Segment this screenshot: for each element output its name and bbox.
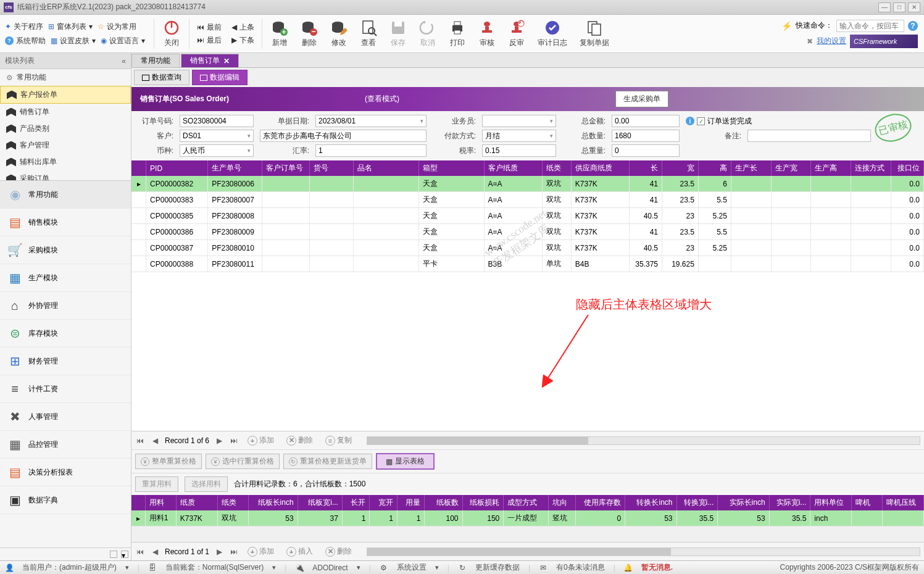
h-scrollbar[interactable] — [367, 436, 920, 445]
nav-prev-btn[interactable]: ◀ — [150, 436, 160, 446]
set-skin-link[interactable]: ▦设置皮肤 ▾ — [48, 35, 98, 48]
main-grid[interactable]: PID生产单号客户订单号货号品名箱型客户纸质纸类供应商纸质长宽高生产长生产宽生产… — [131, 160, 924, 431]
recalc-material-button[interactable]: 重算用料 — [135, 476, 178, 492]
sidebar-item[interactable]: ⚙常用功能 — [0, 69, 131, 86]
set-favorite-link[interactable]: ☆设为常用 — [95, 20, 139, 33]
collapse-icon[interactable]: « — [122, 57, 126, 65]
module-item[interactable]: ▤销售模块 — [0, 209, 131, 236]
table-row[interactable]: ▸用料1K737K双坑5337111100150一片成型竖坑05335.5533… — [131, 510, 924, 526]
status-sys[interactable]: 系统设置 — [397, 562, 427, 573]
checkbox-delivery-done[interactable]: ✓ — [697, 117, 705, 125]
sub-add-button[interactable]: +添加 — [244, 545, 278, 558]
set-language-link[interactable]: ◉设置语言 ▾ — [98, 35, 148, 48]
input-sales[interactable] — [482, 115, 556, 127]
sidebar-item[interactable]: 客户报价单 — [0, 86, 131, 104]
sub-del-button[interactable]: ✕删除 — [322, 545, 356, 558]
nav-next-btn[interactable]: ▶ — [214, 436, 224, 446]
nav-last-btn[interactable]: ⏭ — [229, 436, 239, 446]
status-unread[interactable]: 有0条未读消息 — [556, 562, 605, 573]
db-del-button[interactable]: −删除 — [294, 15, 324, 52]
input-currency[interactable]: 人民币 — [180, 144, 254, 157]
doc-search-button[interactable]: 查看 — [354, 15, 383, 52]
sidebar-item[interactable]: 销售订单 — [0, 104, 131, 120]
input-order-no[interactable] — [180, 115, 254, 127]
sidebar-item[interactable]: 产品类别 — [0, 120, 131, 137]
del-row-button[interactable]: ✕删除 — [283, 434, 317, 447]
module-item[interactable]: ⌂外协管理 — [0, 292, 131, 320]
copy-row-button[interactable]: ≡复制 — [322, 434, 356, 447]
input-total[interactable] — [612, 115, 680, 127]
copy-button[interactable]: 复制单据 — [573, 15, 615, 52]
quick-cmd-input[interactable] — [836, 20, 904, 32]
db-edit-button[interactable]: 修改 — [324, 15, 354, 52]
sub-h-scrollbar[interactable] — [367, 547, 920, 556]
stamp-undo-button[interactable]: ↶反审 — [502, 15, 531, 52]
db-add-button[interactable]: +新增 — [265, 15, 294, 52]
nav-next[interactable]: ▶ 下条 — [231, 35, 254, 46]
module-item[interactable]: 🛒采购模块 — [0, 236, 131, 264]
input-customer[interactable]: DS01 — [180, 130, 254, 142]
tab[interactable]: 销售订单✕ — [181, 54, 239, 67]
table-row[interactable]: CP00000387PF23080010天盒A=A双坑K737K40.5235.… — [131, 240, 924, 256]
module-item[interactable]: ▦生产模块 — [0, 264, 131, 292]
module-item[interactable]: ▤决策分析报表 — [0, 459, 131, 486]
nav-first[interactable]: ⏮ 最前 — [197, 22, 222, 33]
table-row[interactable]: CP00000388PF23080011平卡B3B单坑B4B35.37519.6… — [131, 256, 924, 272]
select-material-button[interactable]: 选择用料 — [185, 476, 228, 492]
sidebar-opt-2[interactable]: ▾ — [121, 551, 128, 558]
module-item[interactable]: ≡计件工资 — [0, 375, 131, 403]
nav-first-btn[interactable]: ⏮ — [135, 436, 145, 446]
input-pay[interactable]: 月结 — [482, 130, 556, 142]
subtab[interactable]: 数据查询 — [134, 70, 189, 85]
nav-prev[interactable]: ◀ 上条 — [231, 22, 254, 33]
sidebar-item[interactable]: 客户管理 — [0, 137, 131, 154]
system-help-link[interactable]: ?系统帮助 — [2, 35, 48, 48]
sidebar-item[interactable]: 采购订单 — [0, 170, 131, 180]
module-item[interactable]: ▦品控管理 — [0, 431, 131, 459]
input-remark[interactable] — [747, 130, 871, 142]
module-item[interactable]: ▣数据字典 — [0, 486, 131, 514]
stamp-red-button[interactable]: 审核 — [472, 15, 502, 52]
status-ado[interactable]: ADODirect — [312, 564, 348, 572]
minimize-button[interactable]: — — [878, 2, 891, 12]
add-row-button[interactable]: +添加 — [244, 434, 278, 447]
table-row[interactable]: ▸CP00000382PF23080006天盒A=A双坑K737K4123.56… — [131, 176, 924, 192]
tab-close-icon[interactable]: ✕ — [223, 57, 230, 65]
recalc-update-button[interactable]: ↻重算价格更新送货单 — [283, 454, 372, 469]
table-row[interactable]: CP00000386PF23080009天盒A=A双坑K737K4123.55.… — [131, 224, 924, 240]
module-item[interactable]: ⊞财务管理 — [0, 347, 131, 375]
show-table-button[interactable]: ▦ 显示表格 — [376, 453, 435, 470]
sidebar-opt-1[interactable] — [110, 551, 117, 558]
close-button[interactable]: ✕ — [908, 2, 920, 12]
sub-nav-next[interactable]: ▶ — [214, 547, 224, 557]
nav-last[interactable]: ⏭ 最后 — [197, 35, 222, 46]
module-item[interactable]: ◉常用功能 — [0, 181, 131, 209]
sub-nav-prev[interactable]: ◀ — [150, 547, 160, 557]
input-order-date[interactable]: 2023/08/01 — [315, 115, 427, 127]
table-row[interactable]: CP00000383PF23080007天盒A=A双坑K737K4123.55.… — [131, 192, 924, 208]
print-button[interactable]: 打印 — [443, 15, 472, 52]
module-item[interactable]: ⊜库存模块 — [0, 320, 131, 347]
about-link[interactable]: ✦关于程序 — [2, 20, 46, 33]
close-tab-button[interactable]: 关闭 — [157, 15, 186, 52]
my-settings-link[interactable]: 我的设置 — [817, 36, 846, 46]
window-list-link[interactable]: ⊞窗体列表 ▾ — [46, 20, 95, 33]
generate-po-button[interactable]: 生成采购单 — [615, 91, 668, 107]
sub-insert-button[interactable]: +插入 — [283, 545, 317, 558]
table-row[interactable]: CP00000385PF23080008天盒A=A双坑K737K40.5235.… — [131, 208, 924, 224]
material-grid[interactable]: 用料纸质纸类纸板长inch纸板宽i...长开宽开用量纸板数纸板损耗成型方式坑向使… — [131, 495, 924, 542]
input-rate[interactable] — [315, 144, 427, 157]
sidebar-item[interactable]: 辅料出库单 — [0, 154, 131, 170]
recalc-all-button[interactable]: ¥整单重算价格 — [135, 454, 202, 469]
help-icon[interactable]: ? — [908, 21, 918, 31]
recalc-sel-button[interactable]: ¥选中行重算价格 — [206, 454, 280, 469]
tab[interactable]: 常用功能 — [131, 54, 180, 67]
input-qty[interactable] — [612, 130, 680, 142]
input-customer-name[interactable] — [260, 130, 427, 142]
subtab[interactable]: 数据编辑 — [192, 70, 248, 85]
maximize-button[interactable]: □ — [893, 2, 905, 12]
module-item[interactable]: ✖人事管理 — [0, 403, 131, 431]
input-weight[interactable] — [612, 144, 680, 157]
audit-button[interactable]: 审计日志 — [531, 15, 573, 52]
sub-nav-last[interactable]: ⏭ — [229, 547, 239, 557]
